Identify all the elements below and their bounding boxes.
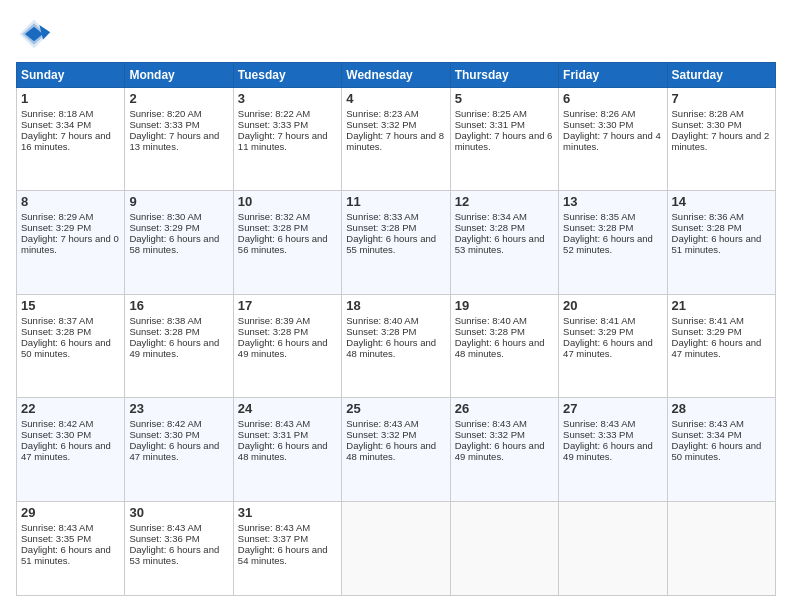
calendar-cell: 1Sunrise: 8:18 AMSunset: 3:34 PMDaylight… [17, 88, 125, 191]
daylight-text: Daylight: 6 hours and 48 minutes. [346, 337, 445, 359]
calendar-cell: 27Sunrise: 8:43 AMSunset: 3:33 PMDayligh… [559, 398, 667, 501]
daylight-text: Daylight: 6 hours and 56 minutes. [238, 233, 337, 255]
daylight-text: Daylight: 6 hours and 47 minutes. [563, 337, 662, 359]
calendar-cell: 12Sunrise: 8:34 AMSunset: 3:28 PMDayligh… [450, 191, 558, 294]
daylight-text: Daylight: 7 hours and 13 minutes. [129, 130, 228, 152]
sunrise-text: Sunrise: 8:39 AM [238, 315, 337, 326]
calendar-cell: 13Sunrise: 8:35 AMSunset: 3:28 PMDayligh… [559, 191, 667, 294]
calendar-cell: 30Sunrise: 8:43 AMSunset: 3:36 PMDayligh… [125, 501, 233, 595]
calendar-week-row: 15Sunrise: 8:37 AMSunset: 3:28 PMDayligh… [17, 294, 776, 397]
daylight-text: Daylight: 7 hours and 2 minutes. [672, 130, 771, 152]
day-number: 1 [21, 91, 120, 106]
sunrise-text: Sunrise: 8:41 AM [563, 315, 662, 326]
sunrise-text: Sunrise: 8:36 AM [672, 211, 771, 222]
day-number: 9 [129, 194, 228, 209]
sunset-text: Sunset: 3:32 PM [346, 429, 445, 440]
day-number: 17 [238, 298, 337, 313]
calendar-header-wednesday: Wednesday [342, 63, 450, 88]
sunrise-text: Sunrise: 8:34 AM [455, 211, 554, 222]
calendar-cell: 29Sunrise: 8:43 AMSunset: 3:35 PMDayligh… [17, 501, 125, 595]
day-number: 14 [672, 194, 771, 209]
sunset-text: Sunset: 3:28 PM [346, 326, 445, 337]
daylight-text: Daylight: 6 hours and 53 minutes. [129, 544, 228, 566]
day-number: 10 [238, 194, 337, 209]
daylight-text: Daylight: 6 hours and 47 minutes. [129, 440, 228, 462]
sunset-text: Sunset: 3:32 PM [455, 429, 554, 440]
daylight-text: Daylight: 6 hours and 48 minutes. [455, 337, 554, 359]
sunset-text: Sunset: 3:28 PM [672, 222, 771, 233]
daylight-text: Daylight: 6 hours and 51 minutes. [21, 544, 120, 566]
calendar-header-thursday: Thursday [450, 63, 558, 88]
sunset-text: Sunset: 3:36 PM [129, 533, 228, 544]
daylight-text: Daylight: 7 hours and 6 minutes. [455, 130, 554, 152]
sunset-text: Sunset: 3:33 PM [129, 119, 228, 130]
logo [16, 16, 56, 52]
calendar-week-row: 29Sunrise: 8:43 AMSunset: 3:35 PMDayligh… [17, 501, 776, 595]
calendar-header-row: SundayMondayTuesdayWednesdayThursdayFrid… [17, 63, 776, 88]
page: SundayMondayTuesdayWednesdayThursdayFrid… [0, 0, 792, 612]
daylight-text: Daylight: 6 hours and 49 minutes. [129, 337, 228, 359]
sunset-text: Sunset: 3:32 PM [346, 119, 445, 130]
sunrise-text: Sunrise: 8:29 AM [21, 211, 120, 222]
calendar-cell: 15Sunrise: 8:37 AMSunset: 3:28 PMDayligh… [17, 294, 125, 397]
calendar-cell: 31Sunrise: 8:43 AMSunset: 3:37 PMDayligh… [233, 501, 341, 595]
sunset-text: Sunset: 3:30 PM [672, 119, 771, 130]
calendar-header-saturday: Saturday [667, 63, 775, 88]
calendar-cell: 9Sunrise: 8:30 AMSunset: 3:29 PMDaylight… [125, 191, 233, 294]
daylight-text: Daylight: 6 hours and 50 minutes. [672, 440, 771, 462]
calendar-cell: 24Sunrise: 8:43 AMSunset: 3:31 PMDayligh… [233, 398, 341, 501]
sunrise-text: Sunrise: 8:22 AM [238, 108, 337, 119]
sunrise-text: Sunrise: 8:43 AM [129, 522, 228, 533]
daylight-text: Daylight: 7 hours and 0 minutes. [21, 233, 120, 255]
logo-icon [16, 16, 52, 52]
calendar-cell: 8Sunrise: 8:29 AMSunset: 3:29 PMDaylight… [17, 191, 125, 294]
sunrise-text: Sunrise: 8:43 AM [21, 522, 120, 533]
sunset-text: Sunset: 3:30 PM [129, 429, 228, 440]
sunset-text: Sunset: 3:29 PM [129, 222, 228, 233]
sunset-text: Sunset: 3:29 PM [563, 326, 662, 337]
daylight-text: Daylight: 7 hours and 8 minutes. [346, 130, 445, 152]
calendar-week-row: 1Sunrise: 8:18 AMSunset: 3:34 PMDaylight… [17, 88, 776, 191]
sunrise-text: Sunrise: 8:28 AM [672, 108, 771, 119]
calendar-cell [450, 501, 558, 595]
day-number: 12 [455, 194, 554, 209]
sunrise-text: Sunrise: 8:42 AM [129, 418, 228, 429]
sunrise-text: Sunrise: 8:37 AM [21, 315, 120, 326]
day-number: 28 [672, 401, 771, 416]
day-number: 15 [21, 298, 120, 313]
sunrise-text: Sunrise: 8:35 AM [563, 211, 662, 222]
calendar-header-tuesday: Tuesday [233, 63, 341, 88]
sunrise-text: Sunrise: 8:25 AM [455, 108, 554, 119]
sunrise-text: Sunrise: 8:43 AM [238, 418, 337, 429]
sunrise-text: Sunrise: 8:43 AM [238, 522, 337, 533]
day-number: 31 [238, 505, 337, 520]
day-number: 13 [563, 194, 662, 209]
sunrise-text: Sunrise: 8:32 AM [238, 211, 337, 222]
calendar-cell: 14Sunrise: 8:36 AMSunset: 3:28 PMDayligh… [667, 191, 775, 294]
calendar-cell: 25Sunrise: 8:43 AMSunset: 3:32 PMDayligh… [342, 398, 450, 501]
day-number: 19 [455, 298, 554, 313]
daylight-text: Daylight: 6 hours and 51 minutes. [672, 233, 771, 255]
day-number: 22 [21, 401, 120, 416]
day-number: 23 [129, 401, 228, 416]
daylight-text: Daylight: 6 hours and 49 minutes. [238, 337, 337, 359]
calendar-cell: 22Sunrise: 8:42 AMSunset: 3:30 PMDayligh… [17, 398, 125, 501]
daylight-text: Daylight: 6 hours and 48 minutes. [238, 440, 337, 462]
sunset-text: Sunset: 3:28 PM [346, 222, 445, 233]
day-number: 16 [129, 298, 228, 313]
calendar-cell: 17Sunrise: 8:39 AMSunset: 3:28 PMDayligh… [233, 294, 341, 397]
daylight-text: Daylight: 6 hours and 49 minutes. [455, 440, 554, 462]
sunset-text: Sunset: 3:31 PM [455, 119, 554, 130]
sunset-text: Sunset: 3:35 PM [21, 533, 120, 544]
sunrise-text: Sunrise: 8:40 AM [455, 315, 554, 326]
sunset-text: Sunset: 3:30 PM [563, 119, 662, 130]
calendar-table: SundayMondayTuesdayWednesdayThursdayFrid… [16, 62, 776, 596]
calendar-cell: 2Sunrise: 8:20 AMSunset: 3:33 PMDaylight… [125, 88, 233, 191]
daylight-text: Daylight: 6 hours and 48 minutes. [346, 440, 445, 462]
sunset-text: Sunset: 3:33 PM [238, 119, 337, 130]
day-number: 27 [563, 401, 662, 416]
header [16, 16, 776, 52]
sunset-text: Sunset: 3:28 PM [129, 326, 228, 337]
sunrise-text: Sunrise: 8:30 AM [129, 211, 228, 222]
daylight-text: Daylight: 7 hours and 4 minutes. [563, 130, 662, 152]
